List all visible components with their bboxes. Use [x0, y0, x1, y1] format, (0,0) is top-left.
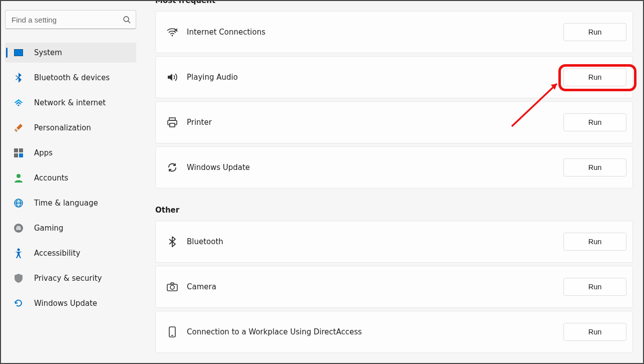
accounts-icon [13, 173, 24, 183]
sidebar-item-bluetooth-devices[interactable]: Bluetooth & devices [5, 68, 136, 88]
privacy-icon [13, 274, 24, 283]
time-language-icon [13, 199, 24, 208]
run-button-camera[interactable]: Run [563, 278, 626, 296]
run-button-directaccess[interactable]: Run [563, 323, 626, 341]
run-button-playing-audio[interactable]: Run [563, 68, 626, 86]
run-button-windows-update[interactable]: Run [563, 158, 626, 176]
svg-point-0 [124, 17, 129, 22]
refresh-icon [165, 162, 180, 172]
troubleshooter-label: Bluetooth [187, 237, 563, 246]
update-icon [13, 299, 24, 308]
svg-point-10 [17, 174, 21, 178]
troubleshooter-label: Internet Connections [187, 28, 563, 37]
personalization-icon [13, 123, 24, 132]
camera-icon [165, 282, 180, 291]
troubleshooter-label: Playing Audio [187, 73, 563, 82]
sidebar-item-label: Accessibility [34, 249, 80, 258]
search-icon [123, 16, 131, 24]
sidebar-item-label: Accounts [34, 173, 68, 183]
sidebar-item-privacy-security[interactable]: Privacy & security [5, 268, 136, 288]
sidebar-item-label: Privacy & security [34, 274, 102, 283]
search-field[interactable] [5, 10, 136, 29]
troubleshooter-row-playing-audio: Playing Audio Run [155, 56, 633, 98]
troubleshooter-label: Camera [187, 282, 563, 291]
phone-icon [165, 326, 180, 337]
system-icon [13, 49, 24, 56]
section-title-most-frequent: Most frequent [155, 1, 633, 5]
sidebar: System Bluetooth & devices Network & int… [1, 1, 140, 363]
svg-rect-5 [14, 128, 18, 132]
gaming-icon [13, 224, 24, 233]
sidebar-item-label: Bluetooth & devices [34, 73, 110, 82]
sidebar-item-time-language[interactable]: Time & language [5, 193, 136, 213]
svg-rect-8 [14, 153, 18, 157]
sidebar-item-gaming[interactable]: Gaming [5, 218, 136, 238]
troubleshooter-row-bluetooth: Bluetooth Run [155, 221, 633, 263]
bluetooth-icon [13, 73, 24, 83]
sidebar-item-label: System [34, 48, 62, 57]
svg-line-1 [128, 21, 130, 23]
sidebar-item-apps[interactable]: Apps [5, 143, 136, 163]
sidebar-item-windows-update[interactable]: Windows Update [5, 293, 136, 313]
sidebar-item-accessibility[interactable]: Accessibility [5, 243, 136, 263]
network-icon [13, 99, 24, 106]
run-button-internet-connections[interactable]: Run [563, 23, 626, 41]
printer-icon [165, 117, 180, 127]
troubleshooter-list-other: Bluetooth Run Camera Run [155, 221, 633, 353]
troubleshooter-label: Printer [187, 118, 563, 127]
troubleshooter-label: Windows Update [187, 163, 563, 172]
svg-rect-6 [14, 148, 18, 152]
apps-icon [13, 148, 24, 157]
accessibility-icon [13, 248, 24, 258]
sidebar-item-personalization[interactable]: Personalization [5, 118, 136, 138]
run-button-bluetooth[interactable]: Run [563, 233, 626, 251]
troubleshooter-row-internet-connections: Internet Connections Run [155, 11, 633, 53]
svg-point-4 [18, 104, 19, 106]
run-button-printer[interactable]: Run [563, 113, 626, 131]
sidebar-item-network-internet[interactable]: Network & internet [5, 93, 136, 113]
sidebar-item-label: Gaming [34, 224, 64, 233]
sidebar-item-label: Apps [34, 148, 53, 157]
troubleshooter-row-printer: Printer Run [155, 101, 633, 143]
svg-point-15 [18, 249, 20, 251]
sidebar-item-label: Personalization [34, 123, 91, 132]
sidebar-item-label: Network & internet [34, 98, 106, 107]
wifi-icon [165, 28, 180, 37]
svg-point-16 [172, 35, 173, 37]
bluetooth-outline-icon [165, 236, 180, 247]
audio-icon [165, 73, 180, 82]
sidebar-item-label: Time & language [34, 199, 98, 208]
search-input[interactable] [11, 15, 123, 25]
troubleshooter-list-most-frequent: Internet Connections Run Playing Audio R… [155, 11, 633, 189]
troubleshooter-label: Connection to a Workplace Using DirectAc… [187, 327, 563, 336]
troubleshooter-row-directaccess: Connection to a Workplace Using DirectAc… [155, 311, 633, 353]
sidebar-nav: System Bluetooth & devices Network & int… [5, 40, 136, 316]
svg-rect-2 [14, 49, 23, 56]
svg-rect-9 [19, 153, 23, 157]
svg-point-23 [170, 285, 174, 289]
settings-window: System Bluetooth & devices Network & int… [0, 0, 644, 364]
section-title-other: Other [155, 206, 633, 215]
svg-rect-21 [170, 123, 175, 127]
svg-rect-7 [19, 148, 23, 152]
troubleshooter-row-camera: Camera Run [155, 266, 633, 308]
main-content: Most frequent Internet Connections Run P… [140, 1, 643, 363]
troubleshooter-row-windows-update: Windows Update Run [155, 146, 633, 189]
sidebar-item-label: Windows Update [34, 299, 97, 308]
sidebar-item-system[interactable]: System [5, 43, 136, 63]
sidebar-item-accounts[interactable]: Accounts [5, 168, 136, 188]
